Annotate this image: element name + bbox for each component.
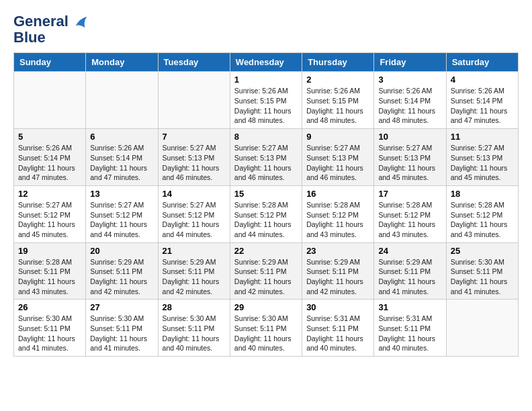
day-number: 16 xyxy=(306,189,369,199)
logo-bird-icon xyxy=(74,15,89,30)
day-number: 24 xyxy=(378,246,441,256)
calendar-week-5: 26Sunrise: 5:30 AMSunset: 5:11 PMDayligh… xyxy=(14,300,519,357)
day-info: Sunrise: 5:26 AMSunset: 5:15 PMDaylight:… xyxy=(234,86,298,126)
day-info: Sunrise: 5:26 AMSunset: 5:14 PMDaylight:… xyxy=(90,143,153,183)
calendar-table: SundayMondayTuesdayWednesdayThursdayFrid… xyxy=(13,52,519,357)
day-info: Sunrise: 5:29 AMSunset: 5:11 PMDaylight:… xyxy=(378,257,441,297)
calendar-cell: 18Sunrise: 5:28 AMSunset: 5:12 PMDayligh… xyxy=(446,185,518,242)
calendar-cell: 1Sunrise: 5:26 AMSunset: 5:15 PMDaylight… xyxy=(230,72,302,129)
day-number: 26 xyxy=(18,302,81,312)
day-info: Sunrise: 5:27 AMSunset: 5:13 PMDaylight:… xyxy=(378,143,441,183)
calendar-cell: 29Sunrise: 5:30 AMSunset: 5:11 PMDayligh… xyxy=(230,300,302,357)
calendar-cell: 3Sunrise: 5:26 AMSunset: 5:14 PMDaylight… xyxy=(374,72,446,129)
day-info: Sunrise: 5:27 AMSunset: 5:12 PMDaylight:… xyxy=(18,200,81,240)
calendar-cell: 2Sunrise: 5:26 AMSunset: 5:15 PMDaylight… xyxy=(302,72,374,129)
day-number: 17 xyxy=(378,189,441,199)
calendar-cell: 31Sunrise: 5:31 AMSunset: 5:11 PMDayligh… xyxy=(374,300,446,357)
day-info: Sunrise: 5:29 AMSunset: 5:11 PMDaylight:… xyxy=(163,257,226,297)
day-number: 21 xyxy=(163,246,226,256)
calendar-cell: 6Sunrise: 5:26 AMSunset: 5:14 PMDaylight… xyxy=(86,129,158,186)
day-number: 9 xyxy=(306,132,369,142)
day-info: Sunrise: 5:31 AMSunset: 5:11 PMDaylight:… xyxy=(378,314,441,353)
day-info: Sunrise: 5:29 AMSunset: 5:11 PMDaylight:… xyxy=(90,257,153,297)
calendar-cell: 16Sunrise: 5:28 AMSunset: 5:12 PMDayligh… xyxy=(302,185,374,242)
day-info: Sunrise: 5:30 AMSunset: 5:11 PMDaylight:… xyxy=(234,314,298,353)
calendar-week-2: 5Sunrise: 5:26 AMSunset: 5:14 PMDaylight… xyxy=(14,129,519,186)
day-info: Sunrise: 5:30 AMSunset: 5:11 PMDaylight:… xyxy=(451,257,514,297)
day-info: Sunrise: 5:27 AMSunset: 5:13 PMDaylight:… xyxy=(306,143,369,183)
day-number: 23 xyxy=(306,246,369,256)
page-header: General Blue xyxy=(13,13,519,46)
calendar-cell: 23Sunrise: 5:29 AMSunset: 5:11 PMDayligh… xyxy=(302,242,374,300)
weekday-header-friday: Friday xyxy=(374,53,446,72)
calendar-cell xyxy=(86,72,158,129)
calendar-week-4: 19Sunrise: 5:28 AMSunset: 5:11 PMDayligh… xyxy=(14,242,519,300)
calendar-cell: 24Sunrise: 5:29 AMSunset: 5:11 PMDayligh… xyxy=(374,242,446,300)
calendar-cell xyxy=(446,300,518,357)
day-number: 12 xyxy=(18,189,81,199)
day-number: 8 xyxy=(234,132,298,142)
day-info: Sunrise: 5:30 AMSunset: 5:11 PMDaylight:… xyxy=(90,314,153,353)
day-info: Sunrise: 5:29 AMSunset: 5:11 PMDaylight:… xyxy=(234,257,298,297)
calendar-cell: 10Sunrise: 5:27 AMSunset: 5:13 PMDayligh… xyxy=(374,129,446,186)
calendar-body: 1Sunrise: 5:26 AMSunset: 5:15 PMDaylight… xyxy=(14,72,519,357)
calendar-cell: 14Sunrise: 5:27 AMSunset: 5:12 PMDayligh… xyxy=(158,185,230,242)
day-number: 19 xyxy=(18,246,81,256)
day-info: Sunrise: 5:27 AMSunset: 5:13 PMDaylight:… xyxy=(451,143,514,183)
calendar-cell: 25Sunrise: 5:30 AMSunset: 5:11 PMDayligh… xyxy=(446,242,518,300)
day-info: Sunrise: 5:28 AMSunset: 5:12 PMDaylight:… xyxy=(234,200,298,240)
calendar-cell: 27Sunrise: 5:30 AMSunset: 5:11 PMDayligh… xyxy=(86,300,158,357)
day-number: 28 xyxy=(163,302,226,312)
day-number: 18 xyxy=(451,189,514,199)
calendar-cell: 11Sunrise: 5:27 AMSunset: 5:13 PMDayligh… xyxy=(446,129,518,186)
day-number: 25 xyxy=(451,246,514,256)
day-info: Sunrise: 5:26 AMSunset: 5:14 PMDaylight:… xyxy=(18,143,81,183)
day-number: 5 xyxy=(18,132,81,142)
weekday-header-monday: Monday xyxy=(86,53,158,72)
day-number: 14 xyxy=(163,189,226,199)
logo-line2: Blue xyxy=(13,30,89,46)
day-info: Sunrise: 5:30 AMSunset: 5:11 PMDaylight:… xyxy=(163,314,226,353)
day-number: 3 xyxy=(378,75,441,85)
weekday-header-tuesday: Tuesday xyxy=(158,53,230,72)
calendar-cell: 22Sunrise: 5:29 AMSunset: 5:11 PMDayligh… xyxy=(230,242,302,300)
day-number: 27 xyxy=(90,302,153,312)
day-number: 15 xyxy=(234,189,298,199)
day-info: Sunrise: 5:26 AMSunset: 5:14 PMDaylight:… xyxy=(378,86,441,126)
day-number: 2 xyxy=(306,75,369,85)
calendar-week-3: 12Sunrise: 5:27 AMSunset: 5:12 PMDayligh… xyxy=(14,185,519,242)
day-info: Sunrise: 5:28 AMSunset: 5:12 PMDaylight:… xyxy=(378,200,441,240)
day-info: Sunrise: 5:26 AMSunset: 5:15 PMDaylight:… xyxy=(306,86,369,126)
calendar-cell: 7Sunrise: 5:27 AMSunset: 5:13 PMDaylight… xyxy=(158,129,230,186)
calendar-header-row: SundayMondayTuesdayWednesdayThursdayFrid… xyxy=(14,53,519,72)
day-number: 13 xyxy=(90,189,153,199)
day-number: 22 xyxy=(234,246,298,256)
day-number: 29 xyxy=(234,302,298,312)
calendar-cell: 26Sunrise: 5:30 AMSunset: 5:11 PMDayligh… xyxy=(14,300,86,357)
day-info: Sunrise: 5:27 AMSunset: 5:12 PMDaylight:… xyxy=(90,200,153,240)
calendar-cell xyxy=(158,72,230,129)
calendar-cell: 30Sunrise: 5:31 AMSunset: 5:11 PMDayligh… xyxy=(302,300,374,357)
calendar-cell xyxy=(14,72,86,129)
logo-text: General xyxy=(13,13,89,30)
calendar-cell: 19Sunrise: 5:28 AMSunset: 5:11 PMDayligh… xyxy=(14,242,86,300)
weekday-header-thursday: Thursday xyxy=(302,53,374,72)
day-number: 6 xyxy=(90,132,153,142)
day-info: Sunrise: 5:31 AMSunset: 5:11 PMDaylight:… xyxy=(306,314,369,353)
calendar-cell: 9Sunrise: 5:27 AMSunset: 5:13 PMDaylight… xyxy=(302,129,374,186)
day-number: 31 xyxy=(378,302,441,312)
day-info: Sunrise: 5:27 AMSunset: 5:13 PMDaylight:… xyxy=(163,143,226,183)
day-number: 30 xyxy=(306,302,369,312)
day-info: Sunrise: 5:29 AMSunset: 5:11 PMDaylight:… xyxy=(306,257,369,297)
calendar-cell: 5Sunrise: 5:26 AMSunset: 5:14 PMDaylight… xyxy=(14,129,86,186)
calendar-cell: 4Sunrise: 5:26 AMSunset: 5:14 PMDaylight… xyxy=(446,72,518,129)
weekday-header-sunday: Sunday xyxy=(14,53,86,72)
day-number: 4 xyxy=(451,75,514,85)
calendar-cell: 13Sunrise: 5:27 AMSunset: 5:12 PMDayligh… xyxy=(86,185,158,242)
day-info: Sunrise: 5:28 AMSunset: 5:11 PMDaylight:… xyxy=(18,257,81,297)
day-info: Sunrise: 5:26 AMSunset: 5:14 PMDaylight:… xyxy=(451,86,514,126)
calendar-cell: 21Sunrise: 5:29 AMSunset: 5:11 PMDayligh… xyxy=(158,242,230,300)
day-info: Sunrise: 5:28 AMSunset: 5:12 PMDaylight:… xyxy=(306,200,369,240)
day-info: Sunrise: 5:27 AMSunset: 5:12 PMDaylight:… xyxy=(163,200,226,240)
day-number: 11 xyxy=(451,132,514,142)
